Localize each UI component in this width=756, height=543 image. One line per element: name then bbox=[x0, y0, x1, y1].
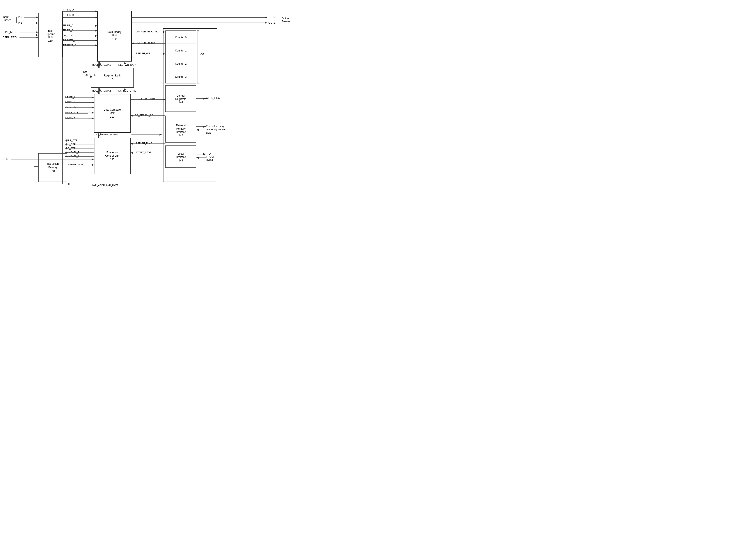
instruction-label: INSTRUCTION bbox=[67, 163, 83, 166]
iwr-addr-data-label: IWR_ADDR, IWR_DATA bbox=[92, 184, 119, 187]
svg-text:REG_CTRL: REG_CTRL bbox=[83, 74, 96, 76]
svg-text:Interface: Interface bbox=[176, 131, 186, 134]
svg-text:146: 146 bbox=[179, 134, 183, 137]
svg-text:148: 148 bbox=[179, 159, 183, 162]
in0-label: IN0 bbox=[18, 16, 22, 19]
dm-periph-ctrl-label: DM_PERIPH_CTRL bbox=[136, 30, 158, 33]
dm-periph-rd-label: DM_PERIPH_RD bbox=[136, 42, 155, 44]
dc-reg-ctrl-label: DC_REG_CTRL bbox=[118, 89, 136, 92]
register-bank-label: Register Bank bbox=[104, 74, 121, 77]
inpipe-a-top-label: INPIPE_A bbox=[62, 24, 73, 27]
dc-periph-rd-label: DC_PERIPH_RD bbox=[135, 114, 153, 117]
svg-text:Memory: Memory bbox=[176, 127, 185, 130]
svg-text:Unit: Unit bbox=[110, 112, 115, 115]
instruction-memory-label: Instruction bbox=[46, 162, 59, 165]
immdata1-out-label: IMMDATA_1 bbox=[66, 151, 79, 154]
ext-memory-label: External bbox=[176, 124, 186, 127]
inpipe-a-bot-label: INPIPE_A bbox=[65, 96, 76, 99]
data-compare-label: Data Compare bbox=[104, 108, 121, 111]
svg-text:130: 130 bbox=[110, 158, 114, 161]
dc-ctrl-label: DC_CTRL bbox=[65, 106, 76, 108]
svg-text:144: 144 bbox=[179, 101, 183, 104]
dm-reg-ctrl-label: DM_ bbox=[83, 71, 89, 73]
reg-wr-data-label: REG_WR_DATA bbox=[118, 64, 137, 66]
counter-group-num: 142 bbox=[199, 52, 204, 55]
svg-text:data: data bbox=[206, 132, 211, 134]
dc-ctrl-out-label: DC_CTRL bbox=[66, 147, 77, 150]
start-stop-label: START_STOP bbox=[136, 151, 151, 154]
pipe-ctrl-label: PIPE_CTRL bbox=[3, 30, 17, 34]
counter0-label: Counter 0 bbox=[175, 36, 187, 39]
execution-control-label: Execution bbox=[106, 151, 118, 154]
ctrl-reg-in-label: CTRL_REG bbox=[3, 36, 17, 39]
diagram-svg: Input Pipeline Unit 150 Data Modify Unit… bbox=[0, 0, 302, 217]
svg-text:control signals and: control signals and bbox=[206, 128, 226, 131]
diagram-container: Input Pipeline Unit 150 Data Modify Unit… bbox=[0, 0, 302, 217]
inpipe-b-top-label: INPIPE_B bbox=[62, 29, 73, 32]
svg-text:Unit: Unit bbox=[48, 36, 53, 39]
ptpipe-b-label: PTPIPE_B bbox=[62, 14, 74, 16]
periph-flag-label: PERIPH_FLAG bbox=[136, 142, 153, 145]
svg-text:110: 110 bbox=[110, 115, 114, 118]
svg-text:160: 160 bbox=[50, 170, 55, 173]
periph-wr-label: PERIPH_WR bbox=[136, 52, 150, 55]
immdata2-out-label: IMMDATA_2 bbox=[66, 155, 79, 158]
to-from-host-label: TO/ bbox=[207, 152, 211, 155]
svg-text:150: 150 bbox=[48, 39, 53, 42]
pipe-ctrl-out-label: PIPE_CTRL bbox=[66, 139, 79, 142]
svg-text:Memory: Memory bbox=[48, 166, 57, 169]
data-modify-label: Data Modify bbox=[107, 30, 121, 34]
input-busses-label: Input bbox=[3, 16, 9, 19]
svg-text:Busses: Busses bbox=[282, 20, 290, 23]
counter2-label: Counter 2 bbox=[175, 62, 187, 65]
output-busses-label: Output bbox=[282, 17, 290, 20]
svg-text:FROM: FROM bbox=[206, 155, 214, 158]
clk-label: CLK bbox=[3, 158, 8, 161]
svg-text:Busses: Busses bbox=[3, 19, 11, 22]
control-registers-label: Control bbox=[177, 94, 185, 97]
compare-flags-label: COMPARE_FLAGS bbox=[96, 133, 118, 136]
ext-mem-signals-label: External memory bbox=[206, 125, 224, 128]
counter1-label: Counter 1 bbox=[175, 49, 187, 52]
out1-label: OUT1 bbox=[268, 21, 275, 24]
svg-text:Unit: Unit bbox=[112, 34, 117, 37]
input-pipeline-label: Input bbox=[48, 29, 53, 32]
reg-rd-data1-label: REG_RD_DATA1 bbox=[92, 64, 111, 66]
svg-text:Control Unit: Control Unit bbox=[105, 154, 119, 157]
local-interface-label: Local bbox=[178, 152, 184, 155]
svg-text:170: 170 bbox=[110, 78, 114, 81]
svg-text:HOST: HOST bbox=[206, 158, 213, 162]
reg-rd-data2-label: REG_RD_DATA2 bbox=[92, 89, 111, 92]
in1-label: IN1 bbox=[18, 21, 22, 24]
dm-ctrl-label: DM_CTRL bbox=[62, 34, 74, 37]
svg-text:120: 120 bbox=[112, 37, 117, 41]
dm-ctrl-out-label: DM_CTRL bbox=[66, 143, 77, 146]
counter3-label: Counter 3 bbox=[175, 75, 187, 78]
ctrl-reg-out-label: CTRL_REG bbox=[206, 96, 220, 100]
dc-periph-ctrl-label: DC_PERIPH_CTRL bbox=[135, 98, 156, 100]
ptpipe-a-label: PTPIPE_A bbox=[62, 8, 74, 11]
out0-label: OUT0 bbox=[268, 16, 275, 19]
inpipe-b-bot-label: INPIPE_B bbox=[65, 101, 76, 103]
svg-text:Pipeline: Pipeline bbox=[46, 33, 55, 36]
svg-text:Registers: Registers bbox=[175, 98, 186, 101]
svg-text:Interface: Interface bbox=[176, 156, 186, 159]
